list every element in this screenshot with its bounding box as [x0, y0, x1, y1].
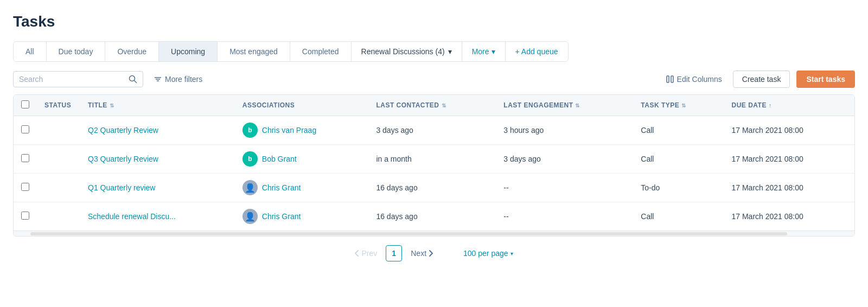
more-label: More: [472, 47, 489, 56]
row-associations: bBob Grant: [235, 145, 369, 174]
task-title-link[interactable]: Q3 Quarterly Review: [88, 155, 158, 163]
svg-rect-5: [667, 76, 669, 82]
row-last-contacted: 3 days ago: [368, 116, 496, 145]
row-title[interactable]: Schedule renewal Discu...: [80, 202, 235, 231]
table-row: Q3 Quarterly ReviewbBob Grantin a month3…: [14, 145, 854, 174]
row-checkbox-2[interactable]: [21, 183, 29, 191]
last-contacted-sort-icon: ⇅: [442, 103, 446, 108]
scrollbar-track: [30, 232, 787, 235]
association-name[interactable]: Bob Grant: [262, 155, 297, 163]
tab-renewal-discussions[interactable]: Renewal Discussions (4) ▾: [352, 42, 462, 61]
row-task-type: Call: [633, 116, 724, 145]
tab-overdue[interactable]: Overdue: [105, 42, 159, 61]
chevron-left-icon: [355, 250, 359, 257]
association-name[interactable]: Chris van Praag: [262, 126, 316, 135]
col-header-title[interactable]: TITLE ⇅: [80, 95, 235, 116]
more-filters-label: More filters: [165, 75, 202, 84]
search-icon: [129, 75, 137, 84]
more-chevron-icon: ▾: [492, 47, 495, 56]
row-due-date: 17 March 2021 08:00: [724, 145, 854, 174]
association-cell: bBob Grant: [242, 151, 361, 167]
task-title-link[interactable]: Schedule renewal Discu...: [88, 212, 176, 221]
row-title[interactable]: Q1 Quarterly review: [80, 174, 235, 202]
row-associations: 👤Chris Grant: [235, 202, 369, 231]
col-header-status: STATUS: [37, 95, 80, 116]
row-associations: bChris van Praag: [235, 116, 369, 145]
table-row: Q1 Quarterly review👤Chris Grant16 days a…: [14, 174, 854, 202]
row-due-date: 17 March 2021 08:00: [724, 116, 854, 145]
add-queue-button[interactable]: + Add queue: [506, 42, 568, 61]
create-task-button[interactable]: Create task: [733, 71, 790, 88]
pagination: Prev 1 Next 100 per page ▾: [13, 236, 855, 270]
row-task-type: To-do: [633, 174, 724, 202]
chevron-right-icon: [429, 250, 433, 257]
col-header-due-date[interactable]: DUE DATE ↑: [724, 95, 854, 116]
columns-icon: [666, 75, 674, 83]
task-title-link[interactable]: Q1 Quarterly review: [88, 183, 155, 192]
table-row: Schedule renewal Discu...👤Chris Grant16 …: [14, 202, 854, 231]
renewal-chevron-icon: ▾: [448, 47, 452, 56]
row-last-engagement: --: [496, 174, 633, 202]
edit-columns-button[interactable]: Edit Columns: [662, 72, 726, 87]
col-header-task-type[interactable]: TASK TYPE ⇅: [633, 95, 724, 116]
title-sort-icon: ⇅: [110, 103, 114, 108]
row-checkbox-1[interactable]: [21, 154, 29, 162]
association-cell: 👤Chris Grant: [242, 209, 361, 224]
col-header-last-engagement[interactable]: LAST ENGAGEMENT ⇅: [496, 95, 633, 116]
row-status: [37, 145, 80, 174]
avatar: b: [242, 123, 258, 138]
task-title-link[interactable]: Q2 Quarterly Review: [88, 126, 158, 135]
task-type-sort-icon: ⇅: [681, 103, 686, 108]
svg-rect-6: [671, 76, 673, 82]
select-all-header[interactable]: [14, 95, 37, 116]
tab-upcoming[interactable]: Upcoming: [159, 42, 218, 61]
next-page-button[interactable]: Next: [406, 246, 437, 260]
row-task-type: Call: [633, 145, 724, 174]
toolbar: More filters Edit Columns Create task St…: [13, 71, 855, 88]
row-status: [37, 174, 80, 202]
association-cell: bChris van Praag: [242, 123, 361, 138]
search-input[interactable]: [19, 75, 124, 84]
row-title[interactable]: Q3 Quarterly Review: [80, 145, 235, 174]
tasks-table-container: STATUS TITLE ⇅ ASSOCIATIONS LAST CONTACT…: [13, 94, 855, 236]
association-name[interactable]: Chris Grant: [262, 183, 301, 192]
tabs-bar: All Due today Overdue Upcoming Most enga…: [13, 41, 569, 62]
row-checkbox-cell: [14, 174, 37, 202]
row-last-contacted: 16 days ago: [368, 174, 496, 202]
edit-columns-label: Edit Columns: [677, 75, 722, 84]
tab-most-engaged[interactable]: Most engaged: [218, 42, 290, 61]
row-last-contacted: 16 days ago: [368, 202, 496, 231]
toolbar-left: More filters: [13, 71, 207, 87]
row-title[interactable]: Q2 Quarterly Review: [80, 116, 235, 145]
more-filters-button[interactable]: More filters: [150, 72, 207, 87]
select-all-checkbox[interactable]: [21, 100, 29, 108]
per-page-label: 100 per page: [463, 249, 508, 258]
per-page-selector[interactable]: 100 per page ▾: [459, 246, 518, 260]
row-due-date: 17 March 2021 08:00: [724, 174, 854, 202]
prev-page-button[interactable]: Prev: [350, 246, 381, 260]
tab-completed[interactable]: Completed: [290, 42, 352, 61]
start-tasks-button[interactable]: Start tasks: [796, 71, 855, 88]
association-name[interactable]: Chris Grant: [262, 212, 301, 221]
tab-more[interactable]: More ▾: [462, 42, 506, 61]
current-page-number[interactable]: 1: [386, 245, 402, 261]
horizontal-scrollbar[interactable]: [14, 231, 854, 236]
table-row: Q2 Quarterly ReviewbChris van Praag3 day…: [14, 116, 854, 145]
filter-icon: [154, 75, 162, 83]
row-associations: 👤Chris Grant: [235, 174, 369, 202]
col-header-last-contacted[interactable]: LAST CONTACTED ⇅: [368, 95, 496, 116]
row-last-engagement: --: [496, 202, 633, 231]
row-checkbox-3[interactable]: [21, 212, 29, 220]
row-checkbox-cell: [14, 145, 37, 174]
search-wrapper[interactable]: [13, 71, 143, 87]
toolbar-right: Edit Columns Create task Start tasks: [662, 71, 855, 88]
row-checkbox-cell: [14, 202, 37, 231]
tab-due-today[interactable]: Due today: [47, 42, 106, 61]
row-checkbox-0[interactable]: [21, 125, 29, 133]
tab-all[interactable]: All: [14, 42, 47, 61]
row-task-type: Call: [633, 202, 724, 231]
col-header-associations: ASSOCIATIONS: [235, 95, 369, 116]
avatar: 👤: [242, 209, 258, 224]
per-page-chevron-icon: ▾: [510, 251, 513, 257]
row-last-engagement: 3 days ago: [496, 145, 633, 174]
